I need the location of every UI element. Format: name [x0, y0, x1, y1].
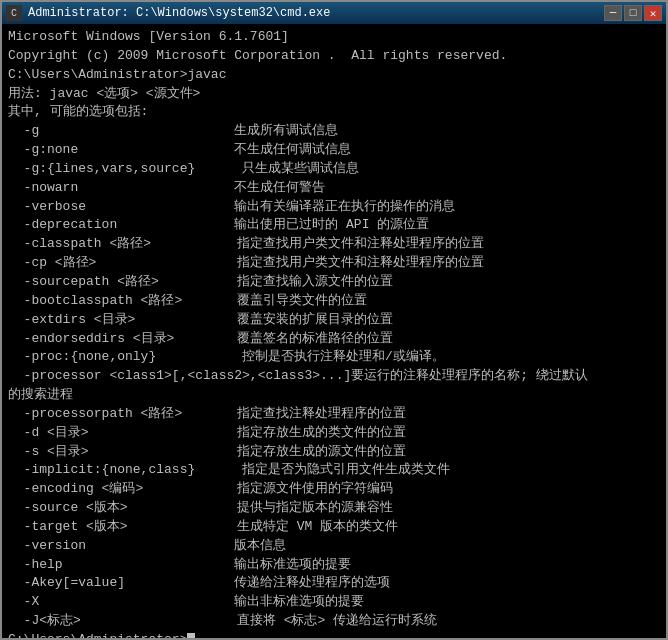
terminal-line: -sourcepath <路径> 指定查找输入源文件的位置 — [8, 273, 660, 292]
terminal-line: -g 生成所有调试信息 — [8, 122, 660, 141]
terminal-line: -J<标志> 直接将 <标志> 传递给运行时系统 — [8, 612, 660, 631]
terminal-line: -source <版本> 提供与指定版本的源兼容性 — [8, 499, 660, 518]
terminal-line: -d <目录> 指定存放生成的类文件的位置 — [8, 424, 660, 443]
cmd-window: C Administrator: C:\Windows\system32\cmd… — [0, 0, 668, 640]
terminal-line: -implicit:{none,class} 指定是否为隐式引用文件生成类文件 — [8, 461, 660, 480]
close-button[interactable]: ✕ — [644, 5, 662, 21]
cmd-icon: C — [11, 8, 17, 19]
terminal-line: Copyright (c) 2009 Microsoft Corporation… — [8, 47, 660, 66]
titlebar-icon: C — [6, 5, 22, 21]
terminal-line: -nowarn 不生成任何警告 — [8, 179, 660, 198]
terminal-line: -target <版本> 生成特定 VM 版本的类文件 — [8, 518, 660, 537]
terminal-line: -extdirs <目录> 覆盖安装的扩展目录的位置 — [8, 311, 660, 330]
terminal-line: -help 输出标准选项的提要 — [8, 556, 660, 575]
titlebar-title: Administrator: C:\Windows\system32\cmd.e… — [28, 6, 598, 20]
titlebar: C Administrator: C:\Windows\system32\cmd… — [2, 2, 666, 24]
terminal-line: 的搜索进程 — [8, 386, 660, 405]
terminal-line: -endorseddirs <目录> 覆盖签名的标准路径的位置 — [8, 330, 660, 349]
minimize-button[interactable]: ─ — [604, 5, 622, 21]
terminal-line: -proc:{none,only} 控制是否执行注释处理和/或编译。 — [8, 348, 660, 367]
terminal-line: -X 输出非标准选项的提要 — [8, 593, 660, 612]
terminal-line: -cp <路径> 指定查找用户类文件和注释处理程序的位置 — [8, 254, 660, 273]
terminal-line: -verbose 输出有关编译器正在执行的操作的消息 — [8, 198, 660, 217]
terminal-line: -processorpath <路径> 指定查找注释处理程序的位置 — [8, 405, 660, 424]
terminal-line: -version 版本信息 — [8, 537, 660, 556]
terminal-line: -processor <class1>[,<class2>,<class3>..… — [8, 367, 660, 386]
maximize-button[interactable]: □ — [624, 5, 642, 21]
terminal-line: C:\Users\Administrator> — [8, 631, 660, 638]
terminal-line: -classpath <路径> 指定查找用户类文件和注释处理程序的位置 — [8, 235, 660, 254]
terminal-line: 其中, 可能的选项包括: — [8, 103, 660, 122]
terminal-line: -g:{lines,vars,source} 只生成某些调试信息 — [8, 160, 660, 179]
cursor — [187, 633, 195, 638]
terminal-content[interactable]: Microsoft Windows [Version 6.1.7601]Copy… — [2, 24, 666, 638]
titlebar-buttons: ─ □ ✕ — [604, 5, 662, 21]
terminal-line: -bootclasspath <路径> 覆盖引导类文件的位置 — [8, 292, 660, 311]
terminal-line: Microsoft Windows [Version 6.1.7601] — [8, 28, 660, 47]
terminal-line: -s <目录> 指定存放生成的源文件的位置 — [8, 443, 660, 462]
terminal-line: -Akey[=value] 传递给注释处理程序的选项 — [8, 574, 660, 593]
terminal-line: -g:none 不生成任何调试信息 — [8, 141, 660, 160]
terminal-line: 用法: javac <选项> <源文件> — [8, 85, 660, 104]
terminal-line: C:\Users\Administrator>javac — [8, 66, 660, 85]
terminal-line: -encoding <编码> 指定源文件使用的字符编码 — [8, 480, 660, 499]
terminal-line: -deprecation 输出使用已过时的 API 的源位置 — [8, 216, 660, 235]
